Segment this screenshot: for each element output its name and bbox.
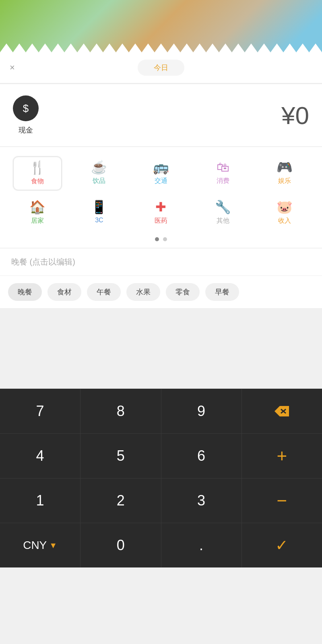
category-medical[interactable]: ✚ 医药 xyxy=(137,197,185,229)
calc-row-2: 4 5 6 + xyxy=(0,433,322,478)
dot-1 xyxy=(155,237,159,241)
transport-icon: 🚌 xyxy=(153,161,169,174)
shopping-label: 消费 xyxy=(217,177,229,185)
currency-selector[interactable]: CNY ▼ xyxy=(0,523,80,567)
game-scene xyxy=(0,0,322,52)
key-9[interactable]: 9 xyxy=(161,389,242,433)
tags-section: 晚餐 食材 午餐 水果 零食 早餐 xyxy=(0,276,322,308)
note-placeholder: 晚餐 (点击以编辑) xyxy=(11,257,75,266)
entertainment-label: 娱乐 xyxy=(278,177,291,185)
food-label: 食物 xyxy=(31,177,44,186)
amount-section: $ 现金 ¥0 xyxy=(0,84,322,146)
currency-dropdown-icon: ▼ xyxy=(49,541,57,550)
tech-icon: 📱 xyxy=(91,201,107,213)
payment-icon: $ xyxy=(13,95,39,121)
calc-row-3: 1 2 3 − xyxy=(0,478,322,523)
tag-breakfast[interactable]: 早餐 xyxy=(205,283,239,301)
tag-ingredients[interactable]: 食材 xyxy=(47,283,81,301)
key-0[interactable]: 0 xyxy=(80,523,161,567)
currency-label: CNY xyxy=(23,539,47,552)
shopping-icon: 🛍 xyxy=(217,161,229,174)
category-entertainment[interactable]: 🎮 娱乐 xyxy=(260,157,309,190)
home-icon: 🏠 xyxy=(29,201,45,213)
payment-type[interactable]: $ 现金 xyxy=(13,95,39,135)
category-row-2: 🏠 居家 📱 3C ✚ 医药 🔧 其他 🐷 收入 xyxy=(0,193,322,232)
key-7[interactable]: 7 xyxy=(0,389,80,433)
other-icon: 🔧 xyxy=(215,201,231,213)
income-icon: 🐷 xyxy=(277,201,293,213)
key-dot[interactable]: . xyxy=(161,523,242,567)
medical-label: 医药 xyxy=(155,217,167,225)
dot-2 xyxy=(163,237,167,241)
tag-dinner[interactable]: 晚餐 xyxy=(8,283,42,301)
minus-button[interactable]: − xyxy=(242,478,322,523)
page-indicator xyxy=(0,232,322,244)
plus-button[interactable]: + xyxy=(242,434,322,478)
key-6[interactable]: 6 xyxy=(161,434,242,478)
category-transport[interactable]: 🚌 交通 xyxy=(137,157,185,190)
category-row-1: 🍴 食物 ☕ 饮品 🚌 交通 🛍 消费 🎮 娱乐 xyxy=(0,153,322,193)
confirm-button[interactable]: ✓ xyxy=(242,523,322,567)
key-2[interactable]: 2 xyxy=(80,478,161,523)
key-4[interactable]: 4 xyxy=(0,434,80,478)
category-income[interactable]: 🐷 收入 xyxy=(260,197,309,229)
tag-snack[interactable]: 零食 xyxy=(166,283,200,301)
other-label: 其他 xyxy=(217,217,229,225)
category-home[interactable]: 🏠 居家 xyxy=(13,197,62,229)
home-label: 居家 xyxy=(31,217,44,225)
calc-row-4: CNY ▼ 0 . ✓ xyxy=(0,523,322,567)
category-tech[interactable]: 📱 3C xyxy=(75,197,123,229)
category-shopping[interactable]: 🛍 消费 xyxy=(199,157,247,190)
drink-icon: ☕ xyxy=(91,161,107,174)
category-food[interactable]: 🍴 食物 xyxy=(13,157,62,190)
food-icon: 🍴 xyxy=(29,161,45,174)
key-5[interactable]: 5 xyxy=(80,434,161,478)
empty-space xyxy=(0,308,322,389)
svg-marker-0 xyxy=(275,406,289,416)
drink-label: 饮品 xyxy=(93,177,105,185)
tag-lunch[interactable]: 午餐 xyxy=(87,283,121,301)
category-drink[interactable]: ☕ 饮品 xyxy=(75,157,123,190)
tag-fruit[interactable]: 水果 xyxy=(126,283,160,301)
key-1[interactable]: 1 xyxy=(0,478,80,523)
note-section[interactable]: 晚餐 (点击以编辑) xyxy=(0,248,322,276)
entertainment-icon: 🎮 xyxy=(277,161,293,174)
tech-label: 3C xyxy=(95,217,103,224)
category-section: 🍴 食物 ☕ 饮品 🚌 交通 🛍 消费 🎮 娱乐 🏠 居家 📱 3C xyxy=(0,147,322,248)
date-selector[interactable]: 今日 xyxy=(138,60,184,76)
category-other[interactable]: 🔧 其他 xyxy=(199,197,247,229)
header-bar: × 今日 xyxy=(0,52,322,83)
close-button[interactable]: × xyxy=(10,63,15,72)
key-8[interactable]: 8 xyxy=(80,389,161,433)
amount-display: ¥0 xyxy=(281,101,309,130)
income-label: 收入 xyxy=(278,217,291,225)
calculator: 7 8 9 4 5 6 + 1 2 3 − CNY ▼ 0 . xyxy=(0,389,322,567)
medical-icon: ✚ xyxy=(155,201,166,213)
key-3[interactable]: 3 xyxy=(161,478,242,523)
payment-label: 现金 xyxy=(19,125,33,135)
transport-label: 交通 xyxy=(155,177,167,185)
backspace-button[interactable] xyxy=(242,389,322,433)
calc-row-1: 7 8 9 xyxy=(0,389,322,433)
